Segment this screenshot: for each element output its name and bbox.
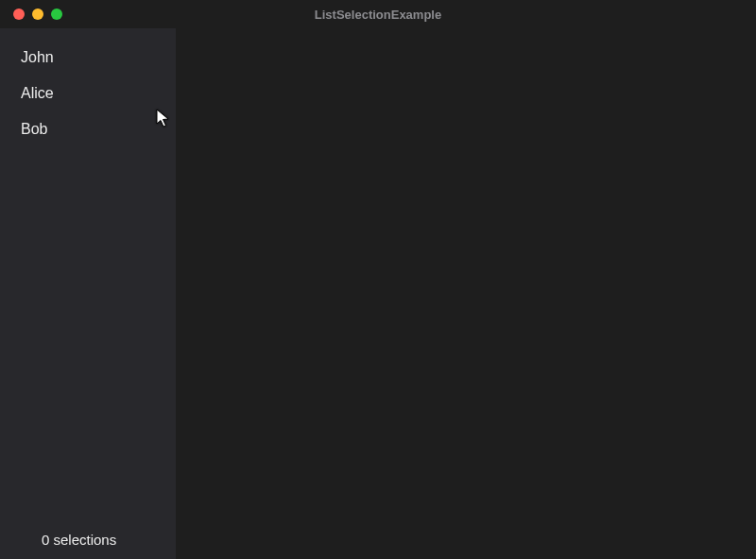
- list-item[interactable]: John: [0, 40, 176, 76]
- minimize-button[interactable]: [32, 8, 43, 20]
- window-title: ListSelectionExample: [315, 8, 441, 22]
- window-controls: [0, 8, 62, 20]
- list-item[interactable]: Bob: [0, 111, 176, 147]
- selection-status: 0 selections: [0, 522, 176, 559]
- titlebar: ListSelectionExample: [0, 0, 756, 28]
- split-view: John Alice Bob 0 selections: [0, 28, 756, 559]
- list: John Alice Bob: [0, 28, 176, 522]
- list-item[interactable]: Alice: [0, 76, 176, 111]
- content-area: [176, 28, 756, 559]
- close-button[interactable]: [13, 8, 25, 20]
- fullscreen-button[interactable]: [51, 8, 62, 20]
- sidebar: John Alice Bob 0 selections: [0, 28, 176, 559]
- app-window: ListSelectionExample John Alice Bob 0 se…: [0, 0, 756, 559]
